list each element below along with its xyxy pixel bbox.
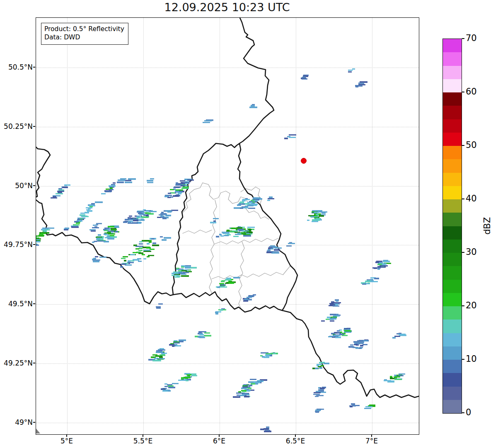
colorbar-segment bbox=[443, 146, 462, 160]
echo-pixel bbox=[342, 335, 348, 336]
y-tick-mark bbox=[33, 363, 35, 363]
echo-pixel bbox=[149, 211, 157, 212]
echo-pixel bbox=[121, 258, 126, 259]
colorbar-tick-label: 50 bbox=[466, 140, 477, 150]
y-tick-mark bbox=[33, 126, 35, 126]
colorbar-segment bbox=[443, 172, 462, 186]
colorbar-tick-mark bbox=[462, 305, 464, 306]
echo-pixel bbox=[237, 204, 241, 206]
echo-pixel bbox=[135, 248, 139, 249]
echo-pixel bbox=[336, 300, 338, 302]
echo-pixel bbox=[167, 211, 172, 212]
echo-pixel bbox=[242, 391, 247, 392]
echo-pixel bbox=[172, 346, 174, 347]
echo-pixel bbox=[172, 275, 177, 276]
colorbar-tick-label: 40 bbox=[466, 194, 477, 203]
echo-pixel bbox=[240, 208, 243, 209]
echo-pixel bbox=[87, 210, 92, 211]
echo-pixel bbox=[152, 245, 159, 246]
echo-pixel bbox=[105, 191, 111, 192]
echo-pixel bbox=[125, 180, 131, 181]
echo-pixel bbox=[319, 367, 322, 368]
colorbar-segment bbox=[443, 373, 462, 387]
echo-pixel bbox=[220, 284, 226, 286]
colorbar-segment bbox=[443, 320, 462, 333]
echo-pixel bbox=[319, 215, 324, 216]
echo-pixel bbox=[129, 216, 132, 217]
x-tick-label: 5.5°E bbox=[124, 437, 162, 445]
echo-pixel bbox=[320, 387, 325, 389]
echo-pixel bbox=[139, 247, 143, 249]
echo-pixel bbox=[173, 342, 180, 344]
radar-site-marker bbox=[301, 158, 307, 164]
echo-pixel bbox=[176, 345, 181, 346]
echo-pixel bbox=[220, 309, 223, 310]
y-tick-mark bbox=[33, 244, 35, 245]
echo-pixel bbox=[399, 334, 406, 336]
echo-pixel bbox=[157, 217, 161, 218]
echo-pixel bbox=[203, 122, 210, 123]
echo-pixel bbox=[164, 386, 168, 387]
echo-pixel bbox=[99, 257, 107, 258]
echo-pixel bbox=[92, 227, 99, 228]
colorbar-segment bbox=[443, 79, 462, 92]
echo-pixel bbox=[264, 431, 271, 432]
colorbar-axis-label-text: dBZ bbox=[482, 217, 492, 235]
echo-pixel bbox=[120, 266, 123, 267]
info-box: Product: 0.5° Reflectivity Data: DWD bbox=[41, 23, 128, 45]
colorbar-segment bbox=[443, 199, 462, 213]
echo-pixel bbox=[123, 221, 127, 223]
echo-pixel bbox=[248, 208, 255, 209]
echo-pixel bbox=[93, 261, 99, 262]
echo-pixel bbox=[138, 261, 142, 262]
colorbar-tick-mark bbox=[462, 145, 464, 146]
echo-pixel bbox=[154, 360, 162, 361]
echo-pixel bbox=[115, 231, 118, 232]
echo-pixel bbox=[187, 179, 194, 181]
echo-pixel bbox=[356, 344, 359, 346]
echo-pixel bbox=[139, 243, 143, 245]
colorbar-tick-mark bbox=[462, 359, 464, 360]
echo-pixel bbox=[271, 252, 279, 254]
echo-pixel bbox=[348, 71, 352, 73]
echo-pixel bbox=[267, 200, 270, 201]
echo-pixel bbox=[185, 267, 191, 269]
echo-pixel bbox=[224, 235, 229, 236]
echo-pixel bbox=[137, 219, 145, 220]
echo-pixel bbox=[204, 335, 211, 336]
echo-pixel bbox=[172, 383, 179, 384]
echo-pixel bbox=[200, 334, 204, 335]
echo-pixel bbox=[236, 392, 242, 394]
y-tick-mark bbox=[33, 303, 35, 304]
colorbar-segment bbox=[443, 253, 462, 266]
echo-pixel bbox=[190, 267, 197, 268]
y-tick-mark bbox=[33, 422, 35, 422]
echo-pixel bbox=[92, 242, 94, 243]
echo-pixel bbox=[85, 212, 89, 213]
colorbar-tick-label: 60 bbox=[466, 87, 477, 97]
echo-pixel bbox=[255, 383, 258, 384]
echo-pixel bbox=[80, 213, 85, 214]
echo-pixel bbox=[322, 212, 326, 213]
echo-pixel bbox=[128, 223, 133, 224]
echo-pixel bbox=[270, 355, 272, 356]
echo-pixel bbox=[178, 380, 185, 381]
echo-pixel bbox=[284, 138, 288, 139]
echo-pixel bbox=[181, 266, 184, 268]
echo-pixel bbox=[147, 182, 153, 183]
echo-pixel bbox=[160, 236, 163, 237]
echo-pixel bbox=[348, 70, 353, 71]
echo-pixel bbox=[142, 240, 149, 241]
echo-pixel bbox=[252, 201, 256, 203]
colorbar-segment bbox=[443, 92, 462, 106]
colorbar-segment bbox=[443, 360, 462, 373]
y-tick-label: 49°N bbox=[0, 418, 33, 426]
echo-pixel bbox=[289, 137, 296, 138]
y-tick-label: 49.5°N bbox=[0, 300, 33, 308]
echo-pixel bbox=[355, 86, 358, 87]
y-tick-label: 50.5°N bbox=[0, 63, 33, 71]
echo-pixel bbox=[275, 247, 282, 249]
echo-pixel bbox=[95, 256, 98, 257]
colorbar-segment bbox=[443, 306, 462, 320]
echo-pixel bbox=[151, 238, 155, 240]
